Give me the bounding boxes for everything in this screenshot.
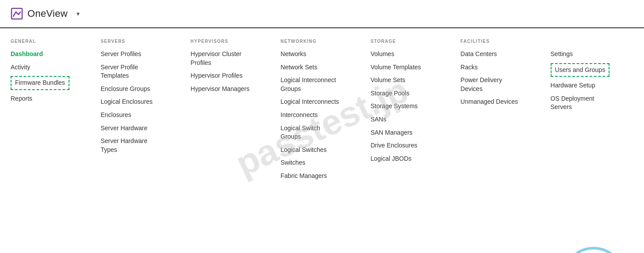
nav-item-hypervisor-managers[interactable]: Hypervisor Managers xyxy=(191,85,273,94)
nav-column-servers: SERVERS Server Profiles Server ProfileTe… xyxy=(100,39,190,185)
nav-item-interconnects[interactable]: Interconnects xyxy=(280,111,363,120)
category-hypervisors: HYPERVISORS xyxy=(191,39,273,44)
nav-item-users-and-groups[interactable]: Users and Groups xyxy=(551,63,610,77)
app-title: OneView xyxy=(27,8,68,19)
nav-item-drive-enclosures[interactable]: Drive Enclosures xyxy=(371,141,453,150)
nav-menu: GENERAL Dashboard Activity Firmware Bund… xyxy=(0,28,644,194)
nav-column-general: GENERAL Dashboard Activity Firmware Bund… xyxy=(11,39,100,185)
nav-item-hardware-setup[interactable]: Hardware Setup xyxy=(551,81,633,90)
nav-column-storage: STORAGE Volumes Volume Templates Volume … xyxy=(371,39,460,185)
nav-item-logical-interconnect-groups[interactable]: Logical InterconnectGroups xyxy=(280,76,363,93)
nav-item-logical-switch-groups[interactable]: Logical SwitchGroups xyxy=(280,124,363,141)
category-settings-blank xyxy=(551,39,633,44)
hp-logo-circle: hp xyxy=(563,247,625,253)
nav-item-volumes[interactable]: Volumes xyxy=(371,50,453,59)
nav-item-reports[interactable]: Reports xyxy=(11,94,93,103)
nav-item-networks[interactable]: Networks xyxy=(280,50,363,59)
svg-rect-0 xyxy=(12,8,22,19)
nav-item-volume-templates[interactable]: Volume Templates xyxy=(371,63,453,72)
category-storage: STORAGE xyxy=(371,39,453,44)
nav-item-dashboard[interactable]: Dashboard xyxy=(11,50,93,59)
nav-item-data-centers[interactable]: Data Centers xyxy=(460,50,543,59)
nav-item-racks[interactable]: Racks xyxy=(460,63,543,72)
category-servers: SERVERS xyxy=(100,39,183,44)
nav-item-server-profiles[interactable]: Server Profiles xyxy=(100,50,183,59)
nav-item-server-hardware[interactable]: Server Hardware xyxy=(100,124,183,133)
nav-item-switches[interactable]: Switches xyxy=(280,159,363,167)
nav-item-server-hardware-types[interactable]: Server HardwareTypes xyxy=(100,137,183,154)
nav-item-logical-enclosures[interactable]: Logical Enclosures xyxy=(100,98,183,106)
nav-item-hypervisor-profiles[interactable]: Hypervisor Profiles xyxy=(191,72,273,80)
nav-item-server-profile-templates[interactable]: Server ProfileTemplates xyxy=(100,63,183,80)
nav-item-logical-interconnects[interactable]: Logical Interconnects xyxy=(280,98,363,106)
nav-column-settings: Settings Users and Groups Hardware Setup… xyxy=(551,39,633,185)
nav-item-fabric-managers[interactable]: Fabric Managers xyxy=(280,172,363,181)
category-general: GENERAL xyxy=(11,39,93,44)
nav-item-unmanaged-devices[interactable]: Unmanaged Devices xyxy=(460,98,543,106)
nav-column-facilities: FACILITIES Data Centers Racks Power Deli… xyxy=(460,39,550,185)
nav-item-san-managers[interactable]: SAN Managers xyxy=(371,128,453,137)
header: OneView ▾ xyxy=(0,0,644,28)
category-networking: NETWORKING xyxy=(280,39,363,44)
nav-item-storage-pools[interactable]: Storage Pools xyxy=(371,89,453,98)
nav-column-networking: NETWORKING Networks Network Sets Logical… xyxy=(280,39,370,185)
nav-item-sans[interactable]: SANs xyxy=(371,115,453,124)
oneview-logo-icon xyxy=(11,8,23,20)
nav-item-enclosure-groups[interactable]: Enclosure Groups xyxy=(100,85,183,94)
logo-area[interactable]: OneView ▾ xyxy=(11,8,80,20)
nav-column-hypervisors: HYPERVISORS Hypervisor ClusterProfiles H… xyxy=(191,39,280,185)
nav-item-os-deployment-servers[interactable]: OS DeploymentServers xyxy=(551,94,633,112)
hp-logo-area: hp xyxy=(563,247,625,253)
nav-item-activity[interactable]: Activity xyxy=(11,63,93,72)
nav-item-settings[interactable]: Settings xyxy=(551,50,633,59)
nav-item-network-sets[interactable]: Network Sets xyxy=(280,63,363,72)
nav-item-hypervisor-cluster-profiles[interactable]: Hypervisor ClusterProfiles xyxy=(191,50,273,67)
nav-item-volume-sets[interactable]: Volume Sets xyxy=(371,76,453,85)
nav-item-power-delivery-devices[interactable]: Power DeliveryDevices xyxy=(460,76,543,93)
nav-item-logical-switches[interactable]: Logical Switches xyxy=(280,146,363,155)
nav-item-enclosures[interactable]: Enclosures xyxy=(100,111,183,120)
chevron-down-icon[interactable]: ▾ xyxy=(77,10,80,17)
category-facilities: FACILITIES xyxy=(460,39,543,44)
nav-item-logical-jbods[interactable]: Logical JBODs xyxy=(371,155,453,163)
nav-item-storage-systems[interactable]: Storage Systems xyxy=(371,102,453,111)
nav-item-firmware-bundles[interactable]: Firmware Bundles xyxy=(11,76,69,90)
